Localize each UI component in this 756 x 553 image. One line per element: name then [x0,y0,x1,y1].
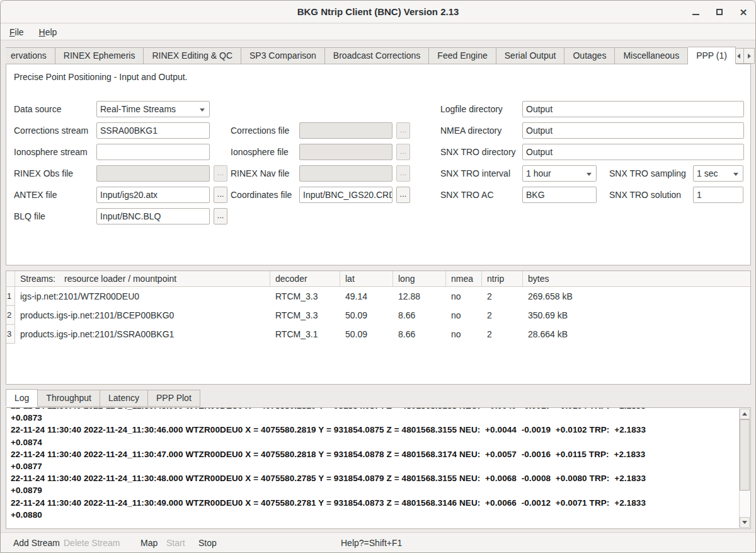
snx-tro-ac-field[interactable]: BKG [522,187,597,203]
log-line-clipped: 22-11-24 11:30:40 2022-11-24_11:30:45.00… [11,407,738,412]
tab-broadcast-corrections[interactable]: Broadcast Corrections [325,47,430,64]
tab-miscellaneous[interactable]: Miscellaneous [615,47,688,64]
bytes-cell: 350.69 kB [523,306,750,325]
log-line: 22-11-24 11:30:40 2022-11-24_11:30:49.00… [11,497,738,509]
close-button[interactable]: ✕ [735,4,752,20]
delete-stream-button: Delete Stream [64,533,120,553]
snx-tro-directory-label: SNX TRO directory [440,144,516,160]
arrow-down-icon [742,521,747,524]
ntrip-cell: 2 [482,325,523,344]
decoder-header: decoder [270,271,340,286]
menu-help-accel: H [39,27,45,37]
menu-file-accel: F [9,27,15,37]
tab-outages[interactable]: Outages [564,47,615,64]
help-hint-label: Help?=Shift+F1 [341,533,402,553]
mountpoint-cell: igs-ip.net:2101/WTZR00DEU0 [15,287,270,306]
decoder-cell: RTCM_3.3 [270,306,340,325]
blq-file-browse-button[interactable]: ... [214,208,227,224]
log-line-wrap: +0.0879 [11,484,738,496]
tab-scroll-right-button[interactable] [744,48,755,64]
rinex-nav-file-label: RINEX Nav file [231,165,289,182]
nmea-cell: no [446,306,482,325]
window-controls: ✕ [687,1,752,23]
antex-file-browse-button[interactable]: ... [214,187,227,203]
snx-tro-sampling-label: SNX TRO sampling [609,165,686,182]
streams-label: Streams: [20,274,55,284]
ionosphere-stream-field[interactable] [96,144,210,160]
streams-table: Streams:resource loader / mountpoint dec… [6,271,751,385]
maximize-button[interactable] [711,4,728,20]
add-stream-button[interactable]: Add Stream [13,533,60,553]
log-content: 22-11-24 11:30:40 2022-11-24_11:30:45.00… [11,407,738,521]
log-scrollbar[interactable] [739,409,750,528]
snx-tro-solution-field[interactable]: 1 [693,187,743,203]
table-row[interactable]: 1 igs-ip.net:2101/WTZR00DEU0 RTCM_3.3 49… [6,287,750,306]
nmea-directory-field[interactable]: Output [522,122,744,139]
blq-file-label: BLQ file [14,208,45,224]
tab-sp3-comparison[interactable]: SP3 Comparison [241,47,325,64]
decoder-cell: RTCM_3.1 [270,325,340,344]
panel-heading: Precise Point Positioning - Input and Ou… [14,72,188,82]
map-button[interactable]: Map [140,533,158,553]
coordinates-file-browse-button[interactable]: ... [396,187,410,203]
ntrip-header: ntrip [482,271,523,286]
menu-file-rest: ile [15,27,24,37]
antex-file-field[interactable]: Input/igs20.atx [96,187,210,203]
chevron-down-icon [587,173,592,176]
tab-feed-engine[interactable]: Feed Engine [429,47,496,64]
menu-file[interactable]: File [8,26,25,38]
menu-help[interactable]: Help [38,26,59,38]
scrollbar-thumb[interactable] [740,419,750,491]
mountpoint-label: resource loader / mountpoint [64,274,176,284]
tab-rinex-editing-qc[interactable]: RINEX Editing & QC [144,47,241,64]
tab-ppp-plot[interactable]: PPP Plot [148,390,200,407]
close-icon: ✕ [740,8,748,17]
corrections-stream-field[interactable]: SSRA00BKG1 [96,122,210,139]
snx-tro-interval-select[interactable]: 1 hour [522,165,597,182]
tab-log[interactable]: Log [6,389,38,407]
data-source-label: Data source [14,101,61,117]
scroll-up-button[interactable] [740,409,750,419]
snx-tro-sampling-select[interactable]: 1 sec [693,165,743,182]
tab-observations[interactable]: ervations [6,47,55,64]
tab-ppp[interactable]: PPP (1) [688,47,736,64]
antex-file-label: ANTEX file [14,187,57,203]
bytes-cell: 269.658 kB [523,287,750,306]
blq-file-field[interactable]: Input/BNC.BLQ [96,208,210,224]
coordinates-file-field[interactable]: Input/BNC_IGS20.CRD [299,187,392,203]
bottom-toolbar: Add Stream Delete Stream Map Start Stop … [1,532,755,553]
stop-button[interactable]: Stop [198,533,217,553]
nmea-directory-label: NMEA directory [440,122,501,139]
tab-latency[interactable]: Latency [100,390,148,407]
snx-tro-solution-label: SNX TRO solution [609,187,681,203]
corrections-file-field [299,122,392,139]
row-number-header [6,271,15,286]
tab-throughput[interactable]: Throughput [38,390,100,407]
table-row[interactable]: 3 products.igs-ip.net:2101/SSRA00BKG1 RT… [6,325,750,344]
ppp-panel: Precise Point Positioning - Input and Ou… [6,64,751,265]
ionosphere-file-field [299,144,392,160]
tab-serial-output[interactable]: Serial Output [496,47,565,64]
maximize-icon [716,9,723,15]
rinex-nav-file-field [299,165,392,182]
arrow-up-icon [742,412,747,416]
titlebar: BKG Ntrip Client (BNC) Version 2.13 ✕ [1,1,755,23]
logfile-directory-field[interactable]: Output [522,101,744,117]
corrections-file-label: Corrections file [231,122,289,139]
tab-rinex-ephemeris[interactable]: RINEX Ephemeris [55,47,144,64]
row-number: 1 [6,287,15,306]
scroll-down-button[interactable] [740,517,750,528]
log-line: 22-11-24 11:30:40 2022-11-24_11:30:48.00… [11,472,738,484]
chevron-right-icon [748,54,751,59]
ionosphere-file-browse-button: ... [396,144,410,160]
nmea-header: nmea [446,271,482,286]
minimize-button[interactable] [687,4,704,20]
data-source-select[interactable]: Real-Time Streams [96,101,210,117]
log-panel[interactable]: 22-11-24 11:30:40 2022-11-24_11:30:45.00… [6,407,751,529]
main-tabbar: ervations RINEX Ephemeris RINEX Editing … [6,47,736,64]
snx-tro-directory-field[interactable]: Output [522,144,744,160]
log-line-wrap: +0.0873 [11,412,738,424]
bottom-tabbar: Log Throughput Latency PPP Plot [6,390,200,407]
lat-cell: 50.09 [340,306,393,325]
table-row[interactable]: 2 products.igs-ip.net:2101/BCEP00BKG0 RT… [6,306,750,325]
